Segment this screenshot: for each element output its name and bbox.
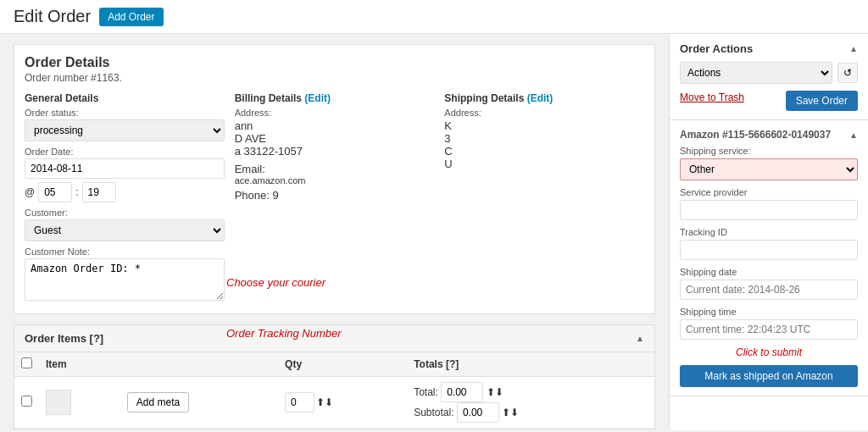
service-provider-input[interactable] xyxy=(680,200,858,220)
amazon-section-toggle[interactable]: ▲ xyxy=(849,130,858,140)
row-checkbox-cell xyxy=(14,377,39,429)
shipping-address-line3: C xyxy=(444,145,644,158)
main-layout: Order Details Order number #1163. Genera… xyxy=(0,34,868,430)
shipping-details-col: Shipping Details (Edit) Address: K 3 C U xyxy=(444,92,644,303)
shipping-service-label: Shipping service: xyxy=(680,146,858,156)
col-item: Item xyxy=(39,352,120,377)
subtotal-label: Subtotal: xyxy=(414,407,453,418)
save-order-button[interactable]: Save Order xyxy=(786,91,858,111)
col-checkbox xyxy=(14,352,39,377)
billing-edit-link[interactable]: (Edit) xyxy=(304,92,331,104)
order-actions-select[interactable]: Actions xyxy=(680,62,832,84)
col-totals: Totals [?] xyxy=(407,352,654,377)
customer-note-label: Customer Note: xyxy=(25,246,225,257)
shipping-address-line4: U xyxy=(444,158,644,170)
billing-email-value: ace.amazon.com xyxy=(235,175,435,186)
move-to-trash-button[interactable]: Move to Trash xyxy=(680,91,744,103)
submit-annotation: Click to submit xyxy=(680,346,858,358)
order-actions-title: Order Actions ▲ xyxy=(680,42,858,55)
shipping-service-select[interactable]: Other xyxy=(680,158,858,180)
billing-address-line3: a 33122-1057 xyxy=(235,145,435,158)
qty-cell: ⬆⬇ xyxy=(285,392,400,413)
tracking-id-group: Tracking ID xyxy=(680,227,858,260)
order-items-header: Order Items [?] ▲ xyxy=(14,325,654,352)
customer-label: Customer: xyxy=(25,208,225,218)
left-panel: Order Details Order number #1163. Genera… xyxy=(0,34,669,430)
item-thumbnail xyxy=(46,390,71,415)
total-label: Total: xyxy=(414,386,438,398)
billing-details-col: Billing Details (Edit) Address: ann D AV… xyxy=(235,92,435,303)
order-actions-toggle[interactable]: ▲ xyxy=(849,44,858,53)
shipping-time-label: Shipping time xyxy=(680,307,858,317)
time-separator: : xyxy=(75,186,78,198)
billing-address-line2: D AVE xyxy=(235,132,435,145)
right-panel: Order Actions ▲ Actions ↺ Move to Trash … xyxy=(669,34,868,430)
customer-select[interactable]: Guest xyxy=(25,219,225,241)
item-actions-row: Actions ↺ Add item(s) Add fee xyxy=(14,429,654,430)
add-order-button[interactable]: Add Order xyxy=(99,8,163,26)
general-details-label: General Details xyxy=(25,92,225,104)
qty-input[interactable] xyxy=(285,392,314,413)
order-items-box: Order Items [?] ▲ Item Qty Totals [?] xyxy=(14,324,655,430)
subtotal-input[interactable] xyxy=(457,402,499,423)
qty-stepper[interactable]: ⬆⬇ xyxy=(316,396,333,408)
service-provider-group: Service provider xyxy=(680,187,858,220)
shipping-date-group: Shipping date xyxy=(680,267,858,300)
trash-save-row: Move to Trash Save Order xyxy=(680,91,858,111)
shipping-details-label: Shipping Details (Edit) xyxy=(444,92,644,104)
row-meta-cell: Add meta xyxy=(120,377,278,429)
col-qty: Qty xyxy=(278,352,407,377)
table-header-row: Item Qty Totals [?] xyxy=(14,352,654,377)
order-details-box: Order Details Order number #1163. Genera… xyxy=(14,44,655,314)
page-title: Edit Order xyxy=(14,7,91,26)
order-items-title: Order Items [?] xyxy=(25,332,103,345)
order-status-label: Order status: xyxy=(25,108,225,118)
service-provider-label: Service provider xyxy=(680,187,858,197)
billing-address-line1: ann xyxy=(235,119,435,132)
time-at-symbol: @ xyxy=(25,186,35,198)
tracking-id-input[interactable] xyxy=(680,240,858,260)
reload-button[interactable]: ↺ xyxy=(837,63,858,83)
order-status-select[interactable]: processing xyxy=(25,119,225,141)
row-qty-cell: ⬆⬇ xyxy=(278,377,407,429)
total-stepper[interactable]: ⬆⬇ xyxy=(487,386,504,398)
order-items-toggle[interactable]: ▲ xyxy=(636,334,644,343)
billing-details-label: Billing Details (Edit) xyxy=(235,92,435,104)
total-input[interactable] xyxy=(441,382,483,402)
shipping-address-line2: 3 xyxy=(444,132,644,145)
row-checkbox[interactable] xyxy=(21,396,32,407)
order-date-input[interactable] xyxy=(25,158,225,179)
select-all-checkbox[interactable] xyxy=(21,357,32,368)
amazon-section: Amazon #115-5666602-0149037 ▲ Shipping s… xyxy=(670,120,868,396)
row-total-cell: Total: ⬆⬇ Subtotal: ⬆⬇ xyxy=(407,377,654,429)
amazon-title: Amazon #115-5666602-0149037 ▲ xyxy=(680,129,858,141)
shipping-edit-link[interactable]: (Edit) xyxy=(527,92,554,104)
general-details-col: General Details Order status: processing… xyxy=(25,92,225,303)
add-meta-button[interactable]: Add meta xyxy=(127,392,189,413)
table-row: Add meta ⬆⬇ Total: ⬆⬇ xyxy=(14,377,654,429)
customer-note-textarea[interactable]: Amazon Order ID: * xyxy=(25,258,225,301)
order-details-title: Order Details xyxy=(25,55,644,70)
shipping-time-input[interactable] xyxy=(680,319,858,340)
time-hour-input[interactable] xyxy=(38,182,72,202)
shipping-time-group: Shipping time xyxy=(680,307,858,340)
order-date-label: Order Date: xyxy=(25,147,225,157)
items-table: Item Qty Totals [?] Add meta xyxy=(14,352,654,429)
subtotal-stepper[interactable]: ⬆⬇ xyxy=(502,407,519,418)
tracking-id-label: Tracking ID xyxy=(680,227,858,237)
order-number: Order number #1163. xyxy=(25,72,644,84)
order-actions-section: Order Actions ▲ Actions ↺ Move to Trash … xyxy=(670,34,868,120)
mark-shipped-button[interactable]: Mark as shipped on Amazon xyxy=(680,365,858,387)
shipping-date-input[interactable] xyxy=(680,280,858,300)
billing-email-label: Email: xyxy=(235,163,435,175)
shipping-service-group: Shipping service: Other xyxy=(680,146,858,180)
col-empty xyxy=(120,352,278,377)
shipping-address-label: Address: xyxy=(444,108,644,118)
time-minute-input[interactable] xyxy=(82,182,116,202)
shipping-address-line1: K xyxy=(444,119,644,132)
details-grid: General Details Order status: processing… xyxy=(25,92,644,303)
billing-address-label: Address: xyxy=(235,108,435,118)
billing-phone: Phone: 9 xyxy=(235,189,435,202)
time-row: @ : xyxy=(25,182,225,202)
actions-row: Actions ↺ xyxy=(680,62,858,84)
